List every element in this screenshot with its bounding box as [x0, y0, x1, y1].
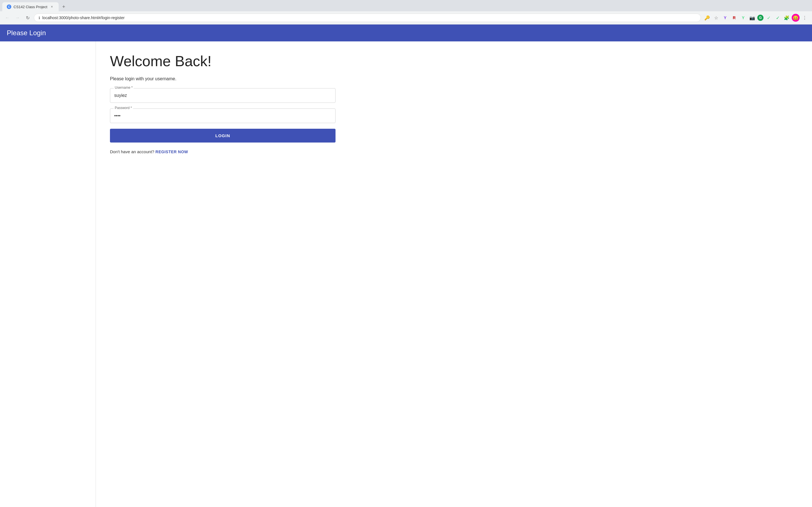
new-tab-button[interactable]: + — [60, 3, 68, 11]
back-button[interactable]: ← — [3, 14, 11, 22]
profile-avatar[interactable]: 😀 — [792, 14, 800, 22]
menu-icon[interactable]: ⋮ — [801, 14, 809, 22]
username-input[interactable] — [110, 89, 335, 103]
honey-filter-icon[interactable]: Y — [739, 14, 747, 22]
password-form-group: Password * — [110, 108, 798, 123]
password-input[interactable] — [110, 109, 335, 123]
tab-favicon: C — [7, 4, 11, 9]
app-header-title: Please Login — [7, 29, 46, 37]
tab-title: CS142 Class Project — [13, 5, 47, 9]
grammarly-icon[interactable]: G — [757, 15, 763, 21]
username-label: Username * — [114, 86, 134, 90]
address-bar[interactable]: ℹ localhost:3000/photo-share.html#/login… — [34, 13, 701, 22]
browser-chrome: C CS142 Class Project × + ← → ↻ ℹ localh… — [0, 0, 812, 24]
forward-button[interactable]: → — [13, 14, 21, 22]
reload-button[interactable]: ↻ — [24, 14, 32, 22]
register-prompt-area: Don't have an account? REGISTER NOW — [110, 149, 798, 154]
password-field-container: Password * — [110, 108, 336, 123]
browser-toolbar: ← → ↻ ℹ localhost:3000/photo-share.html#… — [0, 11, 812, 24]
main-content: Welcome Back! Please login with your use… — [0, 41, 812, 507]
toolbar-icons: 🔑 ☆ Y R Y 📷 G ✓ ✓ 🧩 😀 ⋮ — [703, 14, 809, 22]
tab-close-button[interactable]: × — [50, 4, 54, 9]
login-button[interactable]: LOGIN — [110, 129, 336, 143]
extensions-icon[interactable]: 🧩 — [783, 14, 791, 22]
url-text: localhost:3000/photo-share.html#/login-r… — [42, 15, 696, 20]
browser-tabs: C CS142 Class Project × + — [0, 0, 812, 11]
welcome-title: Welcome Back! — [110, 53, 798, 69]
login-form-area: Welcome Back! Please login with your use… — [96, 41, 812, 507]
username-form-group: Username * — [110, 88, 798, 103]
browser-tab-active[interactable]: C CS142 Class Project × — [2, 2, 59, 11]
honey-icon[interactable]: Y — [721, 14, 729, 22]
camera-icon[interactable]: 📷 — [748, 14, 756, 22]
dashlane-icon[interactable]: ✓ — [765, 14, 772, 22]
register-now-link[interactable]: REGISTER NOW — [155, 150, 188, 154]
left-sidebar — [0, 41, 96, 507]
lock-icon: ℹ — [39, 16, 40, 20]
username-field-container: Username * — [110, 88, 336, 103]
bookmark-icon[interactable]: ☆ — [712, 14, 720, 22]
shield-icon[interactable]: ✓ — [774, 14, 781, 22]
password-label: Password * — [114, 106, 133, 110]
login-subtitle: Please login with your username. — [110, 76, 798, 81]
key-icon[interactable]: 🔑 — [703, 14, 711, 22]
app-header: Please Login — [0, 24, 812, 41]
rakuten-icon[interactable]: R — [730, 14, 738, 22]
register-prompt-text: Don't have an account? — [110, 149, 154, 154]
